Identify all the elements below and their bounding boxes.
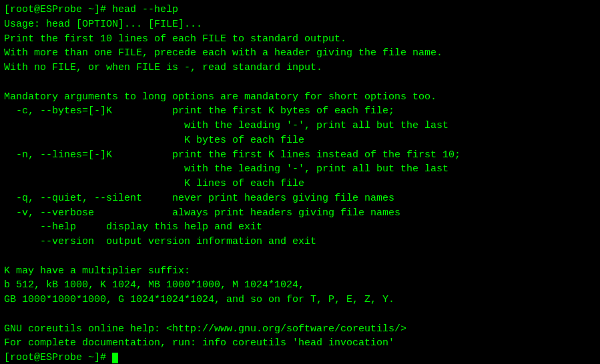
terminal-line: Usage: head [OPTION]... [FILE]...: [4, 19, 202, 30]
terminal-line: with the leading '-', print all but the …: [4, 163, 448, 175]
terminal-line: b 512, kB 1000, K 1024, MB 1000*1000, M …: [4, 279, 304, 291]
terminal-line: K bytes of each file: [4, 135, 304, 146]
terminal-line: [root@ESProbe ~]# head --help: [4, 4, 178, 15]
cursor: [112, 353, 118, 363]
terminal-line: K lines of each file: [4, 178, 304, 189]
terminal-line: -c, --bytes=[-]K print the first K bytes…: [4, 105, 394, 117]
terminal-line: With no FILE, or when FILE is -, read st…: [4, 62, 322, 73]
terminal-line: GNU coreutils online help: <http://www.g…: [4, 323, 406, 335]
terminal-window[interactable]: [root@ESProbe ~]# head --help Usage: hea…: [0, 0, 600, 364]
terminal-line-last: [root@ESProbe ~]#: [4, 352, 112, 363]
terminal-line: GB 1000*1000*1000, G 1024*1024*1024, and…: [4, 294, 394, 305]
terminal-line: --help display this help and exit: [4, 221, 262, 233]
terminal-line: with the leading '-', print all but the …: [4, 120, 448, 131]
terminal-line: -q, --quiet, --silent never print header…: [4, 193, 394, 204]
terminal-line: -v, --verbose always print headers givin…: [4, 207, 400, 219]
terminal-line: Print the first 10 lines of each FILE to…: [4, 33, 346, 45]
terminal-line: -n, --lines=[-]K print the first K lines…: [4, 149, 461, 161]
terminal-line: With more than one FILE, precede each wi…: [4, 47, 442, 59]
terminal-line: --version output version information and…: [4, 236, 316, 247]
terminal-line: Mandatory arguments to long options are …: [4, 91, 436, 103]
terminal-line: For complete documentation, run: info co…: [4, 337, 394, 349]
terminal-line: K may have a multiplier suffix:: [4, 265, 190, 277]
